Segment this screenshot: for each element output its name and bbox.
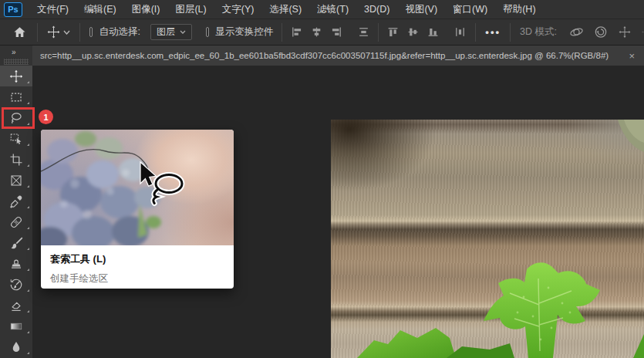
- tab-close-icon[interactable]: ×: [625, 50, 638, 62]
- tool-history-brush[interactable]: [0, 274, 32, 295]
- menu-filter[interactable]: 滤镜(T): [309, 0, 356, 19]
- tool-blur[interactable]: [0, 336, 32, 357]
- chevron-down-icon[interactable]: [63, 22, 70, 43]
- panel-collapse-button[interactable]: »: [0, 46, 32, 57]
- auto-select-label: 自动选择:: [99, 25, 140, 39]
- tab-bar: src=http__up.sc.enterdesk.com_edpic_ee_6…: [32, 46, 644, 66]
- tool-gradient[interactable]: [0, 316, 32, 336]
- tool-crop[interactable]: [0, 149, 32, 170]
- separator: [79, 23, 80, 42]
- photoshop-window: Ps 文件(F) 编辑(E) 图像(I) 图层(L) 文字(Y) 选择(S) 滤…: [0, 0, 644, 358]
- menu-window[interactable]: 窗口(W): [445, 0, 495, 19]
- mode-3d-label: 3D 模式:: [520, 25, 557, 39]
- home-icon[interactable]: [13, 22, 26, 43]
- align-right-edges-icon[interactable]: [331, 22, 342, 43]
- tooltip-description: 创建手绘选区: [50, 272, 224, 285]
- photoshop-logo: Ps: [4, 2, 22, 17]
- panel-grip[interactable]: [4, 59, 29, 65]
- chevron-down-icon: [180, 30, 186, 34]
- tool-move[interactable]: [0, 66, 32, 86]
- auto-select-value: 图层: [157, 25, 175, 39]
- separator: [510, 23, 511, 42]
- tooltip-text: 套索工具 (L) 创建手绘选区: [41, 245, 234, 285]
- tool-brush[interactable]: [0, 232, 32, 253]
- separator: [475, 23, 476, 42]
- menu-layer[interactable]: 图层(L): [167, 0, 214, 19]
- document-image[interactable]: [331, 120, 644, 358]
- annotation-highlight-box: [2, 107, 35, 129]
- 3d-roll-icon[interactable]: [594, 22, 608, 43]
- tool-object-selection[interactable]: [0, 128, 32, 149]
- align-left-edges-icon[interactable]: [291, 22, 302, 43]
- tool-eraser[interactable]: [0, 295, 32, 316]
- menu-help[interactable]: 帮助(H): [495, 0, 543, 19]
- show-transform-label: 显示变换控件: [215, 25, 273, 39]
- separator: [282, 23, 282, 42]
- distribute-vertical-centers-icon[interactable]: [358, 22, 369, 43]
- menu-bar: Ps 文件(F) 编辑(E) 图像(I) 图层(L) 文字(Y) 选择(S) 滤…: [0, 0, 644, 19]
- auto-select-dropdown[interactable]: 图层: [150, 24, 192, 40]
- show-transform-checkbox[interactable]: [206, 27, 209, 37]
- tool-frame[interactable]: [0, 170, 32, 191]
- menu-image[interactable]: 图像(I): [124, 0, 168, 19]
- document-tab[interactable]: src=http__up.sc.enterdesk.com_edpic_ee_6…: [32, 46, 644, 66]
- separator: [37, 23, 38, 42]
- tool-rectangular-marquee[interactable]: [0, 86, 32, 107]
- menu-edit[interactable]: 编辑(E): [76, 0, 124, 19]
- lasso-cursor-icon: [153, 175, 182, 204]
- annotation-step-badge: 1: [39, 110, 53, 124]
- tooltip-title: 套索工具 (L): [50, 252, 224, 266]
- menu-type[interactable]: 文字(Y): [214, 0, 262, 19]
- lasso-tool-tooltip: 套索工具 (L) 创建手绘选区: [41, 130, 234, 289]
- menu-view[interactable]: 视图(V): [397, 0, 445, 19]
- tooltip-preview-image: [41, 130, 234, 245]
- distribute-horizontal-centers-icon[interactable]: [454, 22, 466, 43]
- tool-clone-stamp[interactable]: [0, 253, 32, 274]
- align-horizontal-centers-icon[interactable]: [311, 22, 322, 43]
- menu-file[interactable]: 文件(F): [29, 0, 76, 19]
- more-options-button[interactable]: •••: [485, 26, 501, 38]
- tools-panel: »: [0, 46, 32, 358]
- options-bar: 自动选择: 图层 显示变换控件: [0, 19, 644, 46]
- align-bottom-edges-icon[interactable]: [427, 22, 439, 43]
- 3d-pan-icon[interactable]: [618, 22, 632, 43]
- align-top-edges-icon[interactable]: [387, 22, 399, 43]
- align-vertical-centers-icon[interactable]: [407, 22, 419, 43]
- ivy-leaves-illustration: [331, 120, 644, 358]
- menu-3d[interactable]: 3D(D): [356, 0, 397, 19]
- document-tab-title: src=http__up.sc.enterdesk.com_edpic_ee_6…: [40, 51, 619, 60]
- tool-eyedropper[interactable]: [0, 191, 32, 211]
- current-tool-move-icon[interactable]: [47, 22, 60, 43]
- menu-select[interactable]: 选择(S): [261, 0, 309, 19]
- tool-spot-healing-brush[interactable]: [0, 211, 32, 232]
- separator: [378, 23, 379, 42]
- auto-select-checkbox[interactable]: [89, 27, 93, 37]
- 3d-orbit-icon[interactable]: [569, 22, 584, 43]
